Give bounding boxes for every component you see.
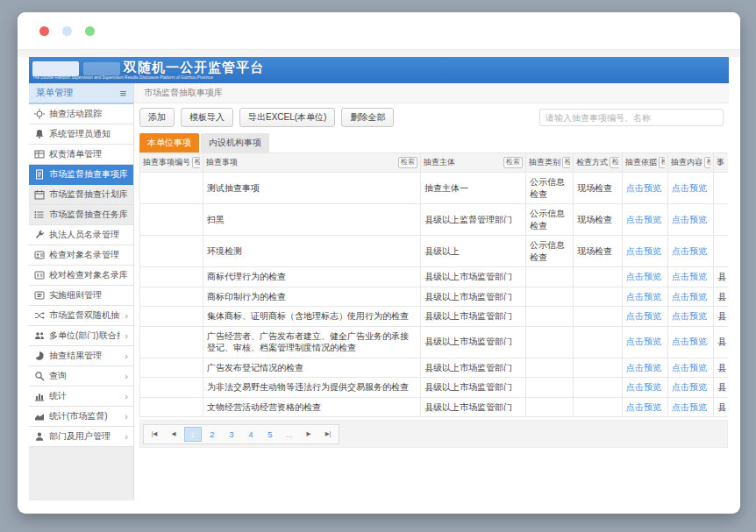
preview-basis-link[interactable]: 点击预览 <box>626 215 661 224</box>
search-column-button[interactable]: 检索 <box>610 157 619 167</box>
sidebar-item[interactable]: 权责清单管理 <box>29 145 133 165</box>
cell-category: 公示信息检查 <box>526 173 574 204</box>
preview-basis-link[interactable]: 点击预览 <box>626 246 661 256</box>
cell-item: 文物经营活动经营资格的检查 <box>203 397 421 417</box>
cell-item-number <box>140 204 203 236</box>
sidebar-item[interactable]: 多单位(部门)联合抽查 › <box>29 326 133 346</box>
col-header-category: 抽查类别 检索 <box>526 153 574 173</box>
minimize-window-dot[interactable] <box>62 26 72 36</box>
cell-item-number <box>140 267 203 287</box>
sidebar-item[interactable]: 市场监督抽查任务库 <box>29 205 133 225</box>
search-column-button[interactable]: 检索 <box>704 157 710 167</box>
sidebar-item[interactable]: 检查对象名录管理 <box>29 245 133 266</box>
preview-basis-link[interactable]: 点击预览 <box>626 382 661 392</box>
maximize-window-dot[interactable] <box>85 26 95 36</box>
preview-basis-link[interactable]: 点击预览 <box>626 337 661 346</box>
sidebar-item[interactable]: 查询 › <box>29 366 133 387</box>
search-column-button[interactable]: 检索 <box>398 157 417 167</box>
search-column-button[interactable]: 检索 <box>192 157 200 167</box>
platform-subtitle-english: The Double Random Supervision and Superv… <box>32 75 213 80</box>
preview-basis-link[interactable]: 点击预览 <box>626 402 661 412</box>
cell-method <box>574 326 623 358</box>
last-page-button[interactable]: ▶| <box>319 427 337 442</box>
preview-content-link[interactable]: 点击预览 <box>672 382 707 392</box>
sidebar-item[interactable]: 抽查结果管理 › <box>29 346 133 366</box>
first-page-button[interactable]: |◀ <box>146 427 163 442</box>
window-titlebar <box>18 12 740 50</box>
cell-subject: 县级以上市场监管部门 <box>421 397 526 417</box>
previous-page-button[interactable]: ◀ <box>165 427 182 442</box>
sidebar-item[interactable]: 实施细则管理 <box>29 286 133 306</box>
template-import-button[interactable]: 模板导入 <box>181 108 233 127</box>
add-button[interactable]: 添加 <box>139 108 175 127</box>
file-icon <box>34 169 45 180</box>
preview-content-link[interactable]: 点击预览 <box>672 402 707 412</box>
preview-content-link[interactable]: 点击预览 <box>672 363 707 372</box>
search-icon <box>34 371 45 381</box>
sidebar-item[interactable]: 校对检查对象名录库 <box>29 266 133 286</box>
chrome-strip <box>18 50 740 57</box>
cell-content: 点击预览 <box>668 378 714 398</box>
tab-bar: 本单位事项 内设机构事项 <box>134 131 729 153</box>
cell-category <box>526 307 574 327</box>
preview-content-link[interactable]: 点击预览 <box>672 311 707 321</box>
cell-basis: 点击预览 <box>623 307 668 327</box>
cell-truncated <box>714 204 729 236</box>
preview-basis-link[interactable]: 点击预览 <box>626 363 661 372</box>
search-column-button[interactable]: 检索 <box>659 157 665 167</box>
cell-content: 点击预览 <box>668 307 714 327</box>
next-page-button[interactable]: ▶ <box>300 427 317 442</box>
search-input[interactable] <box>539 109 724 126</box>
sidebar-item[interactable]: 抽查活动跟踪 <box>29 104 133 124</box>
preview-content-link[interactable]: 点击预览 <box>672 337 707 346</box>
cell-truncated: 县 <box>714 326 729 358</box>
page-number-button[interactable]: 4 <box>242 427 260 442</box>
preview-basis-link[interactable]: 点击预览 <box>626 292 661 301</box>
preview-content-link[interactable]: 点击预览 <box>672 215 707 224</box>
cell-truncated <box>714 236 729 267</box>
page-number-button[interactable]: 3 <box>223 427 240 442</box>
users-icon <box>34 330 45 341</box>
cell-method: 现场检查 <box>574 236 623 267</box>
tab-own-unit-items[interactable]: 本单位事项 <box>139 133 199 153</box>
preview-content-link[interactable]: 点击预览 <box>672 246 707 256</box>
sidebar-item[interactable]: 系统管理员通知 <box>29 124 133 145</box>
cell-item: 商标代理行为的检查 <box>203 267 421 287</box>
col-header-item: 抽查事项 检索 <box>203 153 421 173</box>
sidebar-item[interactable]: 部门及用户管理 › <box>29 427 133 447</box>
cell-method <box>574 287 623 307</box>
sidebar-item[interactable]: 统计 › <box>29 387 133 407</box>
col-header-content: 抽查内容 检索 <box>668 153 714 173</box>
preview-basis-link[interactable]: 点击预览 <box>626 311 661 321</box>
preview-content-link[interactable]: 点击预览 <box>672 183 707 193</box>
cell-truncated: 县 <box>714 397 729 417</box>
cell-subject: 抽查主体一 <box>421 173 526 204</box>
list-alt-icon <box>34 290 45 301</box>
export-excel-button[interactable]: 导出EXCEL(本单位) <box>239 108 335 127</box>
cell-method <box>574 307 623 327</box>
preview-basis-link[interactable]: 点击预览 <box>626 272 661 281</box>
sidebar-item[interactable]: 统计(市场监督) › <box>29 407 133 427</box>
sidebar-item[interactable]: 市场监督抽查计划库 <box>29 185 133 205</box>
cell-item-number <box>140 326 203 358</box>
cell-item: 测试抽查事项 <box>203 173 421 204</box>
sidebar-item[interactable]: 执法人员名录管理 <box>29 225 133 245</box>
cell-basis: 点击预览 <box>623 358 668 378</box>
delete-all-button[interactable]: 删除全部 <box>341 108 394 127</box>
redacted-logo-patch <box>32 61 79 76</box>
preview-content-link[interactable]: 点击预览 <box>672 272 707 281</box>
tab-internal-org-items[interactable]: 内设机构事项 <box>201 133 269 153</box>
sidebar-item[interactable]: 市场监督抽查事项库 <box>29 165 133 185</box>
page-number-button[interactable]: 5 <box>261 427 279 442</box>
search-column-button[interactable]: 检索 <box>562 157 570 167</box>
preview-content-link[interactable]: 点击预览 <box>672 292 707 301</box>
page-number-button[interactable]: 1 <box>184 427 202 442</box>
page-number-button[interactable]: 2 <box>203 427 221 442</box>
close-window-dot[interactable] <box>39 26 49 36</box>
sidebar-item[interactable]: 市场监督双随机抽查 › <box>29 306 133 326</box>
search-column-button[interactable]: 检索 <box>503 157 523 167</box>
hamburger-icon[interactable]: ≡ <box>119 88 126 99</box>
col-header-basis: 抽查依据 检索 <box>623 153 668 173</box>
preview-basis-link[interactable]: 点击预览 <box>626 183 661 193</box>
cell-content: 点击预览 <box>668 267 714 287</box>
